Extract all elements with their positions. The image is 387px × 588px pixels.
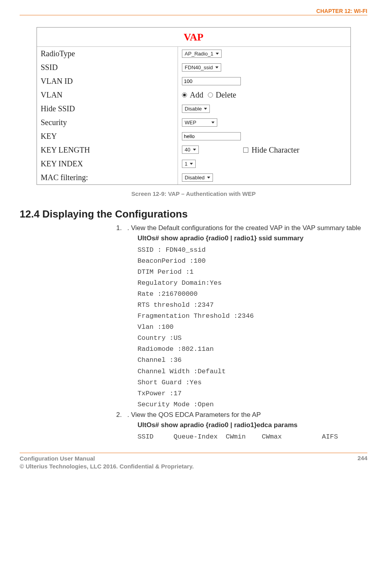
key-length-select[interactable]: 40 <box>182 146 198 154</box>
hide-ssid-label: Hide SSID <box>37 102 178 116</box>
command-line: UltOs# show apradio {radio0 | radio1}edc… <box>138 421 367 429</box>
vlan-delete-label: Delete <box>216 90 236 99</box>
list-item: 2. . View the QOS EDCA Parameters for th… <box>114 411 367 442</box>
vlan-label: VLAN <box>37 88 178 102</box>
ssid-label: SSID <box>37 61 178 74</box>
mac-filtering-label: MAC filtering: <box>37 171 178 184</box>
chevron-down-icon <box>190 163 193 165</box>
chevron-down-icon <box>207 177 210 179</box>
key-index-value: 1 <box>185 161 187 167</box>
vap-panel: VAP RadioType AP_Radio_1 SSID FDN40_ssid <box>37 27 351 185</box>
vlan-id-input[interactable] <box>182 77 241 85</box>
page-footer: Configuration User Manual © Ulterius Tec… <box>0 453 387 478</box>
vlan-add-label: Add <box>190 90 203 99</box>
section-heading: 12.4 Displaying the Configurations <box>20 208 367 220</box>
hide-character-label: Hide Character <box>251 146 299 154</box>
hide-ssid-select[interactable]: Disable <box>182 105 210 113</box>
chevron-down-icon <box>193 149 196 151</box>
list-item-number: 1. <box>114 224 127 410</box>
mac-filtering-value: Disabled <box>185 175 205 181</box>
figure-caption: Screen 12-9: VAP – Authentication with W… <box>20 190 367 197</box>
key-label: KEY <box>37 129 178 143</box>
chevron-down-icon <box>215 66 218 68</box>
vlan-add-radio[interactable] <box>182 92 187 98</box>
command-output: SSID : FDN40_ssid BeaconPeriod :100 DTIM… <box>138 245 367 410</box>
chevron-down-icon <box>211 122 215 123</box>
ssid-value: FDN40_ssid <box>185 65 213 70</box>
list-item-text: . View the QOS EDCA Parameters for the A… <box>127 411 367 419</box>
chapter-header: CHAPTER 12: WI-FI <box>20 8 367 15</box>
list-item: 1. . View the Default configurations for… <box>114 224 367 410</box>
chevron-down-icon <box>216 53 219 55</box>
command-output: SSID Queue-Index CWmin CWmax AIFS <box>138 431 367 442</box>
mac-filtering-select[interactable]: Disabled <box>182 173 213 182</box>
vlan-id-label: VLAN ID <box>37 74 178 88</box>
page-number: 244 <box>358 455 367 471</box>
security-select[interactable]: WEP <box>182 118 217 127</box>
security-label: Security <box>37 116 178 129</box>
footer-copyright: © Ulterius Technologies, LLC 2016. Confi… <box>20 463 194 470</box>
hide-character-checkbox[interactable] <box>243 147 248 153</box>
vlan-delete-radio[interactable] <box>208 92 213 98</box>
radio-type-select[interactable]: AP_Radio_1 <box>182 50 222 58</box>
key-length-label: KEY LENGTH <box>37 143 178 157</box>
ssid-select[interactable]: FDN40_ssid <box>182 63 221 72</box>
key-length-value: 40 <box>185 147 190 153</box>
vap-panel-title: VAP <box>37 28 350 47</box>
vap-form-table: RadioType AP_Radio_1 SSID FDN40_ssid <box>37 47 350 184</box>
footer-title: Configuration User Manual <box>20 455 194 463</box>
instruction-list: 1. . View the Default configurations for… <box>114 224 367 442</box>
chevron-down-icon <box>204 108 207 110</box>
key-input[interactable] <box>182 132 241 140</box>
hide-ssid-value: Disable <box>185 106 202 112</box>
list-item-number: 2. <box>114 411 127 442</box>
radio-type-value: AP_Radio_1 <box>185 51 213 57</box>
command-line: UltOs# show apradio {radio0 | radio1} ss… <box>138 234 367 242</box>
security-value: WEP <box>185 120 196 125</box>
radio-type-label: RadioType <box>37 47 178 61</box>
key-index-select[interactable]: 1 <box>182 160 196 168</box>
key-index-label: KEY INDEX <box>37 157 178 171</box>
list-item-text: . View the Default configurations for th… <box>127 224 367 232</box>
